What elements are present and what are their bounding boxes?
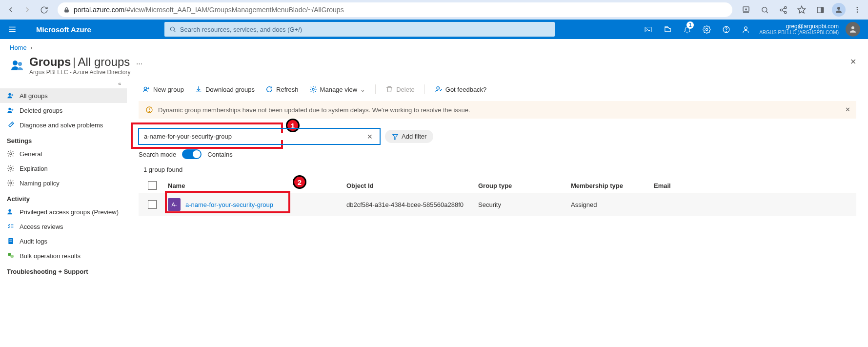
svg-point-11: [837, 7, 840, 10]
group-avatar: A-: [168, 198, 181, 211]
cloud-shell-button[interactable]: [638, 20, 658, 39]
feedback-icon-button[interactable]: [736, 20, 755, 39]
group-search-box[interactable]: ✕: [139, 128, 380, 144]
column-header-grouptype[interactable]: Group type: [478, 182, 571, 189]
settings-button[interactable]: [697, 20, 716, 39]
sidebar: « All groups Deleted groups Diagnose and…: [0, 80, 127, 277]
column-header-email[interactable]: Email: [654, 182, 856, 189]
brand-label[interactable]: Microsoft Azure: [36, 25, 91, 34]
notifications-button[interactable]: 1: [677, 20, 697, 39]
sidebar-item-privileged-access[interactable]: Privileged access groups (Preview): [0, 204, 127, 219]
sidebar-item-general[interactable]: General: [0, 146, 127, 161]
sidebar-item-deleted-groups[interactable]: Deleted groups: [0, 103, 127, 118]
breadcrumb-home[interactable]: Home: [10, 44, 27, 51]
sidebar-item-access-reviews[interactable]: Access reviews: [0, 219, 127, 234]
svg-point-49: [437, 87, 439, 89]
group-search-input[interactable]: [144, 133, 365, 140]
svg-point-22: [706, 28, 707, 30]
back-button[interactable]: [4, 3, 18, 17]
more-actions-button[interactable]: ⋯: [136, 60, 143, 67]
gear-icon: [7, 150, 15, 158]
cell-grouptype: Security: [478, 201, 571, 208]
help-button[interactable]: [716, 20, 736, 39]
user-info[interactable]: greg@arguspbi.com ARGUS PBI LLC (ARGUSPB…: [759, 23, 843, 36]
feedback-button[interactable]: Got feedback?: [431, 83, 491, 95]
sidebar-item-label: Deleted groups: [20, 107, 62, 114]
menu-button[interactable]: [850, 3, 864, 17]
select-all-checkbox[interactable]: [148, 181, 157, 190]
svg-point-5: [784, 11, 786, 13]
page-header: Groups|All groups Argus PBI LLC - Azure …: [0, 53, 868, 80]
svg-point-36: [8, 209, 11, 212]
sidebar-item-naming-policy[interactable]: Naming policy: [0, 176, 127, 190]
svg-rect-10: [821, 7, 824, 12]
add-filter-button[interactable]: Add filter: [385, 130, 433, 143]
download-groups-button[interactable]: Download groups: [191, 83, 259, 95]
search-mode-toggle[interactable]: [182, 149, 202, 159]
result-count: 1 group found: [139, 163, 856, 178]
svg-point-18: [170, 27, 174, 31]
global-search-input[interactable]: [180, 26, 550, 33]
hamburger-menu[interactable]: [8, 25, 17, 34]
search-mode-value: Contains: [207, 151, 232, 158]
svg-point-4: [780, 9, 782, 11]
info-icon: [145, 106, 153, 114]
refresh-button[interactable]: Refresh: [262, 83, 303, 95]
svg-point-29: [8, 93, 11, 96]
column-header-objectid[interactable]: Object Id: [346, 182, 478, 189]
sidebar-item-label: Naming policy: [20, 180, 60, 187]
sidebar-item-diagnose[interactable]: Diagnose and solve problems: [0, 118, 127, 132]
sidebar-item-label: General: [20, 150, 42, 158]
new-group-button[interactable]: New group: [139, 83, 188, 95]
cell-objectid: db2cf584-a31e-4384-bcee-585560a288f0: [346, 201, 478, 208]
global-search[interactable]: [164, 22, 555, 37]
svg-point-24: [726, 31, 727, 31]
close-blade-button[interactable]: ✕: [850, 57, 856, 66]
chevron-down-icon: ⌄: [360, 86, 365, 93]
wrench-icon: [7, 121, 15, 129]
row-checkbox[interactable]: [148, 200, 157, 209]
manage-view-button[interactable]: Manage view ⌄: [305, 83, 370, 95]
svg-point-34: [10, 167, 12, 169]
user-avatar[interactable]: [846, 22, 860, 37]
user-tenant: ARGUS PBI LLC (ARGUSPBI.COM): [759, 30, 839, 36]
table-header: Name Object Id Group type Membership typ…: [139, 178, 856, 193]
svg-point-31: [8, 108, 11, 110]
clear-search-button[interactable]: ✕: [365, 133, 375, 141]
sidebar-item-expiration[interactable]: Expiration: [0, 161, 127, 176]
sidepanel-button[interactable]: [813, 3, 827, 17]
groups-table: Name Object Id Group type Membership typ…: [139, 178, 856, 216]
table-row[interactable]: A- a-name-for-your-security-group db2cf5…: [139, 193, 856, 216]
zoom-button[interactable]: [758, 3, 771, 17]
breadcrumb: Home ›: [0, 39, 868, 53]
gear-icon: [309, 85, 317, 93]
log-icon: [7, 237, 15, 245]
people-icon: [7, 208, 15, 216]
sidebar-item-all-groups[interactable]: All groups: [0, 88, 127, 103]
sidebar-item-bulk-results[interactable]: Bulk operation results: [0, 248, 127, 263]
svg-line-19: [174, 30, 175, 32]
bookmark-button[interactable]: [795, 3, 808, 17]
svg-point-25: [744, 26, 747, 29]
group-name-link[interactable]: a-name-for-your-security-group: [185, 201, 273, 208]
svg-line-7: [782, 10, 785, 12]
svg-point-32: [11, 109, 13, 111]
forward-button: [20, 3, 34, 17]
reload-button[interactable]: [37, 3, 51, 17]
column-header-membership[interactable]: Membership type: [571, 182, 654, 189]
share-button[interactable]: [776, 3, 790, 17]
search-mode-row: Search mode Contains: [139, 149, 856, 159]
svg-point-35: [10, 182, 12, 184]
url-bar[interactable]: portal.azure.com/#view/Microsoft_AAD_IAM…: [58, 2, 732, 17]
alert-close-button[interactable]: ✕: [845, 106, 850, 113]
main-content: New group Download groups Refresh Manage…: [127, 80, 868, 277]
page-title-main: Groups: [29, 55, 71, 68]
svg-point-52: [149, 111, 149, 112]
azure-header: Microsoft Azure 1 greg@arguspbi.com ARGU…: [0, 20, 868, 39]
install-button[interactable]: [739, 3, 753, 17]
sidebar-item-audit-logs[interactable]: Audit logs: [0, 234, 127, 248]
directories-button[interactable]: [658, 20, 677, 39]
profile-button[interactable]: [832, 3, 846, 17]
column-header-name[interactable]: Name: [166, 182, 346, 189]
sidebar-collapse-button[interactable]: «: [0, 80, 127, 88]
